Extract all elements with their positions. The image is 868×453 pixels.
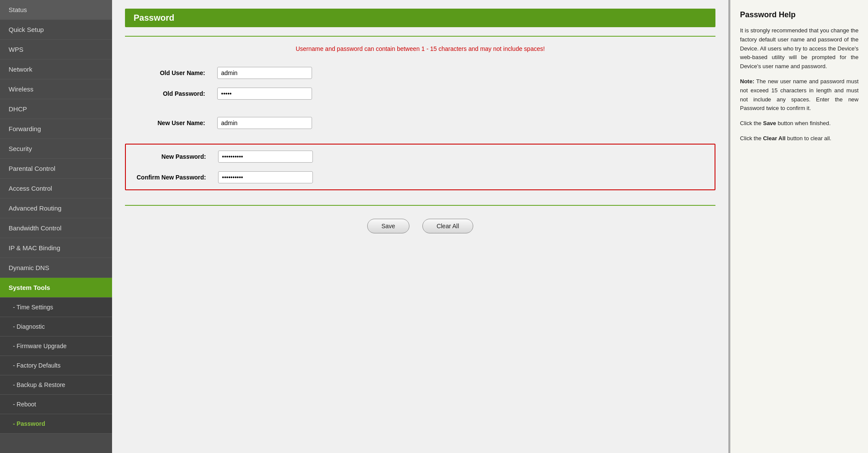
center-panel: Password Username and password can conta… [112,0,728,453]
sidebar-item-wps[interactable]: WPS [0,40,112,60]
sidebar-item-forwarding[interactable]: Forwarding [0,119,112,139]
help-panel: Password Help It is strongly recommended… [730,0,868,453]
sidebar-item-network[interactable]: Network [0,60,112,79]
sidebar-item-bandwidth-control[interactable]: Bandwidth Control [0,218,112,238]
sidebar-item-advanced-routing[interactable]: Advanced Routing [0,198,112,218]
help-paragraph-2: Click the Save button when finished. [740,119,859,128]
old-username-label: Old User Name: [125,63,211,83]
new-password-row: New Password: [126,146,715,167]
confirm-password-cell [212,167,715,188]
top-divider [125,36,715,37]
sidebar-item-ip-mac-binding[interactable]: IP & MAC Binding [0,238,112,258]
help-title: Password Help [740,10,859,19]
new-password-cell [212,146,715,167]
sidebar-item-dhcp[interactable]: DHCP [0,99,112,119]
main-content: Password Username and password can conta… [112,0,868,453]
old-password-label: Old Password: [125,83,211,104]
sidebar-item-parental-control[interactable]: Parental Control [0,159,112,179]
old-password-input[interactable] [217,88,312,100]
old-credentials-table: Old User Name: Old Password: [125,63,715,104]
help-paragraph-3: Click the Clear All button to clear all. [740,134,859,143]
sidebar: StatusQuick SetupWPSNetworkWirelessDHCPF… [0,0,112,453]
sidebar-item-security[interactable]: Security [0,139,112,159]
sidebar-item-quick-setup[interactable]: Quick Setup [0,20,112,40]
old-username-row: Old User Name: [125,63,715,83]
sidebar-item-access-control[interactable]: Access Control [0,179,112,198]
warning-text: Username and password can contain betwee… [125,45,715,52]
save-button[interactable]: Save [367,219,409,233]
sidebar-item-factory-defaults[interactable]: - Factory Defaults [0,356,112,375]
new-username-input[interactable] [217,117,312,129]
buttons-row: Save Clear All [125,219,715,233]
confirm-password-row: Confirm New Password: [126,167,715,188]
sidebar-item-status[interactable]: Status [0,0,112,20]
new-username-cell [211,113,715,133]
sidebar-item-system-tools[interactable]: System Tools [0,278,112,298]
new-password-table: New Password: Confirm New Password: [126,146,715,188]
sidebar-item-wireless[interactable]: Wireless [0,79,112,99]
page-title: Password [125,9,715,27]
sidebar-item-backup-restore[interactable]: - Backup & Restore [0,375,112,395]
sidebar-item-dynamic-dns[interactable]: Dynamic DNS [0,258,112,278]
new-username-row: New User Name: [125,113,715,133]
confirm-password-input[interactable] [218,171,313,183]
old-password-row: Old Password: [125,83,715,104]
sidebar-item-time-settings[interactable]: - Time Settings [0,298,112,317]
old-username-cell [211,63,715,83]
new-password-label: New Password: [126,146,212,167]
help-paragraph-1: Note: The new user name and password mus… [740,77,859,113]
sidebar-item-reboot[interactable]: - Reboot [0,395,112,414]
help-paragraphs: It is strongly recommended that you chan… [740,26,859,143]
old-password-cell [211,83,715,104]
help-paragraph-0: It is strongly recommended that you chan… [740,26,859,71]
new-username-table: New User Name: [125,113,715,133]
new-username-label: New User Name: [125,113,211,133]
old-username-input[interactable] [217,67,312,79]
sidebar-item-password[interactable]: - Password [0,414,112,434]
bottom-divider [125,205,715,206]
password-group: New Password: Confirm New Password: [125,144,715,190]
sidebar-item-diagnostic[interactable]: - Diagnostic [0,317,112,337]
clear-all-button[interactable]: Clear All [422,219,473,233]
new-password-input[interactable] [218,151,313,163]
confirm-password-label: Confirm New Password: [126,167,212,188]
sidebar-item-firmware-upgrade[interactable]: - Firmware Upgrade [0,337,112,356]
